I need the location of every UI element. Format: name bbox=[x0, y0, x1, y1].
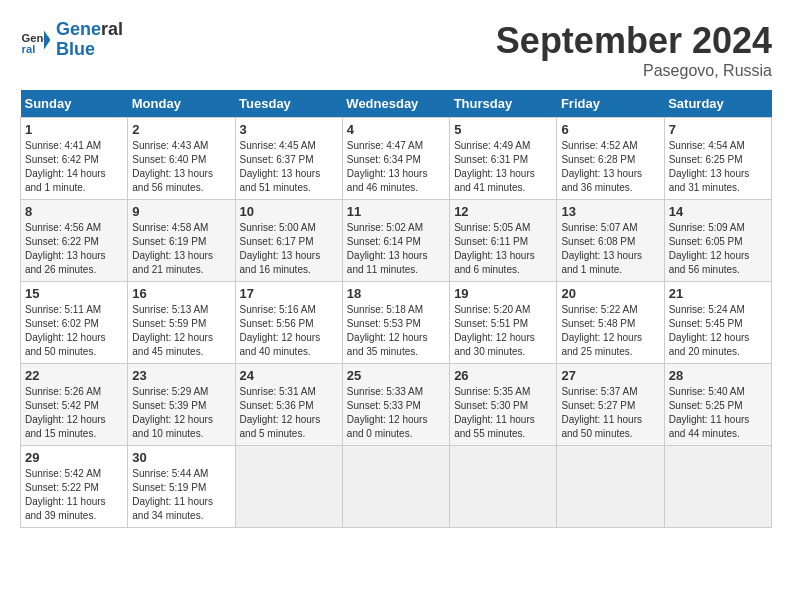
calendar-cell bbox=[235, 446, 342, 528]
week-row-3: 15 Sunrise: 5:11 AMSunset: 6:02 PMDaylig… bbox=[21, 282, 772, 364]
day-detail: Sunrise: 5:05 AMSunset: 6:11 PMDaylight:… bbox=[454, 222, 535, 275]
svg-text:ral: ral bbox=[22, 43, 36, 55]
calendar-cell: 1 Sunrise: 4:41 AMSunset: 6:42 PMDayligh… bbox=[21, 118, 128, 200]
day-number: 25 bbox=[347, 368, 445, 383]
calendar-cell: 28 Sunrise: 5:40 AMSunset: 5:25 PMDaylig… bbox=[664, 364, 771, 446]
day-detail: Sunrise: 4:52 AMSunset: 6:28 PMDaylight:… bbox=[561, 140, 642, 193]
day-number: 29 bbox=[25, 450, 123, 465]
day-detail: Sunrise: 5:35 AMSunset: 5:30 PMDaylight:… bbox=[454, 386, 535, 439]
day-detail: Sunrise: 5:22 AMSunset: 5:48 PMDaylight:… bbox=[561, 304, 642, 357]
calendar-table: Sunday Monday Tuesday Wednesday Thursday… bbox=[20, 90, 772, 528]
col-friday: Friday bbox=[557, 90, 664, 118]
day-number: 16 bbox=[132, 286, 230, 301]
calendar-body: 1 Sunrise: 4:41 AMSunset: 6:42 PMDayligh… bbox=[21, 118, 772, 528]
day-number: 4 bbox=[347, 122, 445, 137]
day-number: 2 bbox=[132, 122, 230, 137]
day-detail: Sunrise: 5:00 AMSunset: 6:17 PMDaylight:… bbox=[240, 222, 321, 275]
day-number: 15 bbox=[25, 286, 123, 301]
day-detail: Sunrise: 5:29 AMSunset: 5:39 PMDaylight:… bbox=[132, 386, 213, 439]
calendar-cell: 7 Sunrise: 4:54 AMSunset: 6:25 PMDayligh… bbox=[664, 118, 771, 200]
calendar-cell: 2 Sunrise: 4:43 AMSunset: 6:40 PMDayligh… bbox=[128, 118, 235, 200]
col-sunday: Sunday bbox=[21, 90, 128, 118]
day-detail: Sunrise: 4:56 AMSunset: 6:22 PMDaylight:… bbox=[25, 222, 106, 275]
day-detail: Sunrise: 4:43 AMSunset: 6:40 PMDaylight:… bbox=[132, 140, 213, 193]
day-detail: Sunrise: 4:47 AMSunset: 6:34 PMDaylight:… bbox=[347, 140, 428, 193]
day-detail: Sunrise: 4:58 AMSunset: 6:19 PMDaylight:… bbox=[132, 222, 213, 275]
header-row: Sunday Monday Tuesday Wednesday Thursday… bbox=[21, 90, 772, 118]
day-number: 23 bbox=[132, 368, 230, 383]
day-detail: Sunrise: 5:33 AMSunset: 5:33 PMDaylight:… bbox=[347, 386, 428, 439]
calendar-cell: 8 Sunrise: 4:56 AMSunset: 6:22 PMDayligh… bbox=[21, 200, 128, 282]
calendar-cell bbox=[664, 446, 771, 528]
day-detail: Sunrise: 5:44 AMSunset: 5:19 PMDaylight:… bbox=[132, 468, 213, 521]
calendar-cell: 27 Sunrise: 5:37 AMSunset: 5:27 PMDaylig… bbox=[557, 364, 664, 446]
day-number: 1 bbox=[25, 122, 123, 137]
calendar-cell: 3 Sunrise: 4:45 AMSunset: 6:37 PMDayligh… bbox=[235, 118, 342, 200]
calendar-cell: 17 Sunrise: 5:16 AMSunset: 5:56 PMDaylig… bbox=[235, 282, 342, 364]
day-number: 3 bbox=[240, 122, 338, 137]
week-row-4: 22 Sunrise: 5:26 AMSunset: 5:42 PMDaylig… bbox=[21, 364, 772, 446]
calendar-cell: 10 Sunrise: 5:00 AMSunset: 6:17 PMDaylig… bbox=[235, 200, 342, 282]
day-number: 14 bbox=[669, 204, 767, 219]
calendar-cell: 29 Sunrise: 5:42 AMSunset: 5:22 PMDaylig… bbox=[21, 446, 128, 528]
col-monday: Monday bbox=[128, 90, 235, 118]
calendar-cell: 23 Sunrise: 5:29 AMSunset: 5:39 PMDaylig… bbox=[128, 364, 235, 446]
col-thursday: Thursday bbox=[450, 90, 557, 118]
day-detail: Sunrise: 5:26 AMSunset: 5:42 PMDaylight:… bbox=[25, 386, 106, 439]
day-detail: Sunrise: 5:16 AMSunset: 5:56 PMDaylight:… bbox=[240, 304, 321, 357]
day-number: 10 bbox=[240, 204, 338, 219]
day-number: 24 bbox=[240, 368, 338, 383]
calendar-cell: 18 Sunrise: 5:18 AMSunset: 5:53 PMDaylig… bbox=[342, 282, 449, 364]
day-detail: Sunrise: 5:02 AMSunset: 6:14 PMDaylight:… bbox=[347, 222, 428, 275]
week-row-5: 29 Sunrise: 5:42 AMSunset: 5:22 PMDaylig… bbox=[21, 446, 772, 528]
day-detail: Sunrise: 5:09 AMSunset: 6:05 PMDaylight:… bbox=[669, 222, 750, 275]
day-detail: Sunrise: 4:45 AMSunset: 6:37 PMDaylight:… bbox=[240, 140, 321, 193]
calendar-cell: 26 Sunrise: 5:35 AMSunset: 5:30 PMDaylig… bbox=[450, 364, 557, 446]
calendar-cell bbox=[450, 446, 557, 528]
day-number: 30 bbox=[132, 450, 230, 465]
day-detail: Sunrise: 5:07 AMSunset: 6:08 PMDaylight:… bbox=[561, 222, 642, 275]
calendar-cell: 5 Sunrise: 4:49 AMSunset: 6:31 PMDayligh… bbox=[450, 118, 557, 200]
col-wednesday: Wednesday bbox=[342, 90, 449, 118]
day-number: 7 bbox=[669, 122, 767, 137]
day-detail: Sunrise: 4:49 AMSunset: 6:31 PMDaylight:… bbox=[454, 140, 535, 193]
day-detail: Sunrise: 5:13 AMSunset: 5:59 PMDaylight:… bbox=[132, 304, 213, 357]
calendar-cell: 22 Sunrise: 5:26 AMSunset: 5:42 PMDaylig… bbox=[21, 364, 128, 446]
week-row-2: 8 Sunrise: 4:56 AMSunset: 6:22 PMDayligh… bbox=[21, 200, 772, 282]
day-detail: Sunrise: 5:11 AMSunset: 6:02 PMDaylight:… bbox=[25, 304, 106, 357]
calendar-cell: 30 Sunrise: 5:44 AMSunset: 5:19 PMDaylig… bbox=[128, 446, 235, 528]
logo-icon: Gene ral bbox=[20, 24, 52, 56]
day-number: 22 bbox=[25, 368, 123, 383]
calendar-cell: 9 Sunrise: 4:58 AMSunset: 6:19 PMDayligh… bbox=[128, 200, 235, 282]
day-number: 8 bbox=[25, 204, 123, 219]
day-detail: Sunrise: 4:41 AMSunset: 6:42 PMDaylight:… bbox=[25, 140, 106, 193]
location: Pasegovo, Russia bbox=[496, 62, 772, 80]
calendar-cell: 16 Sunrise: 5:13 AMSunset: 5:59 PMDaylig… bbox=[128, 282, 235, 364]
day-detail: Sunrise: 5:24 AMSunset: 5:45 PMDaylight:… bbox=[669, 304, 750, 357]
day-detail: Sunrise: 5:37 AMSunset: 5:27 PMDaylight:… bbox=[561, 386, 642, 439]
week-row-1: 1 Sunrise: 4:41 AMSunset: 6:42 PMDayligh… bbox=[21, 118, 772, 200]
calendar-cell bbox=[342, 446, 449, 528]
col-tuesday: Tuesday bbox=[235, 90, 342, 118]
day-detail: Sunrise: 5:42 AMSunset: 5:22 PMDaylight:… bbox=[25, 468, 106, 521]
day-number: 20 bbox=[561, 286, 659, 301]
day-number: 27 bbox=[561, 368, 659, 383]
calendar-cell: 6 Sunrise: 4:52 AMSunset: 6:28 PMDayligh… bbox=[557, 118, 664, 200]
month-year: September 2024 bbox=[496, 20, 772, 62]
day-detail: Sunrise: 5:18 AMSunset: 5:53 PMDaylight:… bbox=[347, 304, 428, 357]
day-number: 17 bbox=[240, 286, 338, 301]
day-number: 19 bbox=[454, 286, 552, 301]
calendar-cell: 4 Sunrise: 4:47 AMSunset: 6:34 PMDayligh… bbox=[342, 118, 449, 200]
day-number: 9 bbox=[132, 204, 230, 219]
col-saturday: Saturday bbox=[664, 90, 771, 118]
calendar-cell: 24 Sunrise: 5:31 AMSunset: 5:36 PMDaylig… bbox=[235, 364, 342, 446]
title-block: September 2024 Pasegovo, Russia bbox=[496, 20, 772, 80]
day-detail: Sunrise: 5:31 AMSunset: 5:36 PMDaylight:… bbox=[240, 386, 321, 439]
day-detail: Sunrise: 5:40 AMSunset: 5:25 PMDaylight:… bbox=[669, 386, 750, 439]
logo: Gene ral GeneralBlue bbox=[20, 20, 123, 60]
logo-text: GeneralBlue bbox=[56, 20, 123, 60]
day-number: 21 bbox=[669, 286, 767, 301]
day-detail: Sunrise: 4:54 AMSunset: 6:25 PMDaylight:… bbox=[669, 140, 750, 193]
day-number: 5 bbox=[454, 122, 552, 137]
page-header: Gene ral GeneralBlue September 2024 Pase… bbox=[20, 20, 772, 80]
